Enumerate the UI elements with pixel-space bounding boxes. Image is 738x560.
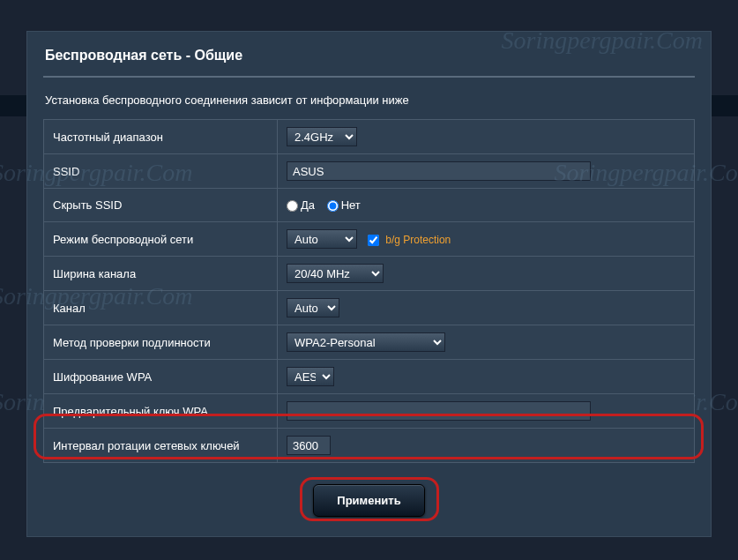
row-auth-method: Метод проверки подлинности WPA2-Personal <box>44 325 695 360</box>
label-channel-width: Ширина канала <box>44 257 278 291</box>
frequency-select[interactable]: 2.4GHz <box>287 127 357 146</box>
bg-protection-label: b/g Protection <box>385 234 451 246</box>
label-ssid: SSID <box>44 154 278 189</box>
settings-table: Частотный диапазон 2.4GHz SSID Скрыть SS… <box>43 119 695 463</box>
label-key-rotation: Интервал ротации сетевых ключей <box>44 429 278 463</box>
row-hide-ssid: Скрыть SSID Да Нет <box>44 189 695 222</box>
label-frequency: Частотный диапазон <box>44 120 278 154</box>
key-rotation-input[interactable] <box>287 436 331 455</box>
wireless-mode-select[interactable]: Auto <box>287 229 357 249</box>
row-ssid: SSID <box>44 154 695 189</box>
row-channel: Канал Auto <box>44 291 695 325</box>
wpa-encryption-select[interactable]: AES <box>287 367 334 386</box>
wireless-settings-panel: Беспроводная сеть - Общие Установка бесп… <box>26 31 712 537</box>
label-channel: Канал <box>44 291 278 325</box>
auth-method-select[interactable]: WPA2-Personal <box>287 332 445 352</box>
bg-protection-checkbox[interactable] <box>368 235 379 246</box>
row-channel-width: Ширина канала 20/40 MHz <box>44 257 695 291</box>
hide-ssid-no-label[interactable]: Нет <box>327 198 361 212</box>
wpa-key-input[interactable] <box>287 401 591 421</box>
label-wireless-mode: Режим беспроводной сети <box>44 222 278 257</box>
page-title: Беспроводная сеть - Общие <box>27 32 711 71</box>
row-key-rotation: Интервал ротации сетевых ключей <box>44 429 695 463</box>
row-frequency: Частотный диапазон 2.4GHz <box>44 120 695 154</box>
label-auth-method: Метод проверки подлинности <box>44 325 278 360</box>
channel-width-select[interactable]: 20/40 MHz <box>287 264 384 283</box>
apply-button[interactable]: Применить <box>313 484 424 517</box>
page-description: Установка беспроводного соединения завис… <box>27 78 711 119</box>
row-wireless-mode: Режим беспроводной сети Auto b/g Protect… <box>44 222 695 257</box>
label-wpa-encryption: Шифрование WPA <box>44 360 278 394</box>
apply-container: Применить <box>27 475 711 536</box>
hide-ssid-no-radio[interactable] <box>327 200 339 212</box>
hide-ssid-yes-label[interactable]: Да <box>287 198 315 212</box>
label-wpa-key: Предварительный ключ WPA <box>44 394 278 429</box>
row-wpa-encryption: Шифрование WPA AES <box>44 360 695 394</box>
label-hide-ssid: Скрыть SSID <box>44 189 278 222</box>
radio-text-yes: Да <box>301 198 315 212</box>
channel-select[interactable]: Auto <box>287 298 339 317</box>
ssid-input[interactable] <box>287 161 591 181</box>
row-wpa-key: Предварительный ключ WPA <box>44 394 695 429</box>
radio-text-no: Нет <box>341 198 361 212</box>
hide-ssid-yes-radio[interactable] <box>287 200 298 212</box>
